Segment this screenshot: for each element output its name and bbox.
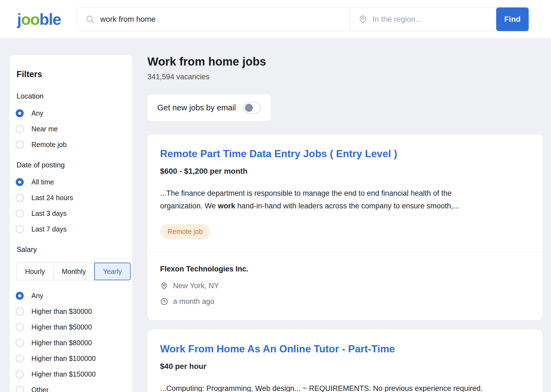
date-of-posting-heading: Date of posting <box>17 161 124 169</box>
job-summary-section: Work From Home As An Online Tutor - Part… <box>147 330 543 392</box>
radio-icon[interactable] <box>16 323 24 331</box>
location-heading: Location <box>17 92 124 100</box>
radio-label: Last 3 days <box>31 209 67 217</box>
job-location: New York, NY <box>173 282 219 290</box>
radio-date-last-3-days[interactable]: Last 3 days <box>16 209 124 217</box>
jooble-logo[interactable]: jooble <box>17 11 61 27</box>
logo-part-ble: ble <box>39 10 61 28</box>
keyword-search-section <box>77 8 350 31</box>
salary-heading: Salary <box>17 245 124 254</box>
radio-label: Higher than $30000 <box>31 307 92 315</box>
radio-location-any[interactable]: Any <box>16 109 124 117</box>
job-salary: $40 per hour <box>160 362 530 371</box>
radio-icon[interactable] <box>16 355 24 363</box>
page-title: Work from home jobs <box>147 55 543 68</box>
radio-label: Any <box>31 292 43 300</box>
radio-date-last-7-days[interactable]: Last 7 days <box>16 225 124 233</box>
remote-job-badge: Remote job <box>160 224 210 239</box>
radio-label: Other <box>31 386 49 392</box>
job-summary-section: Remote Part Time Data Entry Jobs ( Entry… <box>147 134 543 252</box>
radio-icon[interactable] <box>16 370 24 378</box>
radio-salary-100000[interactable]: Higher than $100000 <box>16 355 124 363</box>
tab-hourly[interactable]: Hourly <box>17 263 53 280</box>
radio-salary-150000[interactable]: Higher than $150000 <box>16 370 124 378</box>
radio-label: Higher than $150000 <box>31 370 96 378</box>
location-pin-icon <box>358 15 368 24</box>
radio-location-near-me[interactable]: Near me <box>16 125 124 133</box>
radio-selected-icon[interactable] <box>16 109 24 117</box>
job-card: Remote Part Time Data Entry Jobs ( Entry… <box>147 134 543 320</box>
tab-yearly[interactable]: Yearly <box>94 263 131 280</box>
region-input[interactable] <box>372 15 488 24</box>
job-description: ...Computing: Programming, Web design...… <box>160 382 530 392</box>
page-body: Filters Location Any Near me Remote job … <box>0 39 551 392</box>
radio-label: Higher than $100000 <box>31 355 96 363</box>
radio-salary-30000[interactable]: Higher than $30000 <box>16 307 124 315</box>
job-card: Work From Home As An Online Tutor - Part… <box>147 330 543 392</box>
job-description-line1: ...The finance department is responsible… <box>160 187 530 200</box>
search-inputs-shell <box>77 7 496 31</box>
location-pin-icon <box>160 282 168 290</box>
radio-salary-other[interactable]: Other <box>16 386 124 392</box>
radio-selected-icon[interactable] <box>16 178 24 186</box>
search-input[interactable] <box>100 15 342 24</box>
search-icon <box>85 15 95 24</box>
job-title-link[interactable]: Remote Part Time Data Entry Jobs ( Entry… <box>160 148 397 160</box>
job-company-section: Flexon Technologies Inc. New York, NY <box>147 252 543 320</box>
job-title-link[interactable]: Work From Home As An Online Tutor - Part… <box>160 343 395 355</box>
radio-icon[interactable] <box>16 141 24 149</box>
radio-icon[interactable] <box>16 225 24 233</box>
radio-label: Remote job <box>31 141 67 149</box>
salary-period-tabs: Hourly Monthly Yearly <box>17 263 124 280</box>
radio-label: Near me <box>31 125 58 133</box>
toggle-knob <box>245 104 253 112</box>
radio-icon[interactable] <box>16 194 24 202</box>
vacancies-count: 341,594 vacancies <box>147 73 543 81</box>
top-bar: jooble Find <box>0 0 551 39</box>
radio-label: Last 24 hours <box>31 194 73 202</box>
clock-icon <box>160 297 168 306</box>
logo-part-j: j <box>17 10 21 28</box>
email-subscribe-label: Get new jobs by email <box>157 103 236 112</box>
tab-monthly[interactable]: Monthly <box>53 263 94 280</box>
radio-icon[interactable] <box>16 307 24 315</box>
radio-date-last-24-hours[interactable]: Last 24 hours <box>16 194 124 202</box>
radio-label: Higher than $50000 <box>31 323 92 331</box>
radio-label: Last 7 days <box>31 225 67 233</box>
radio-label: Any <box>31 109 43 117</box>
filters-title: Filters <box>17 69 124 79</box>
radio-icon[interactable] <box>16 386 24 392</box>
job-description-line1: ...Computing: Programming, Web design...… <box>160 382 530 392</box>
radio-icon[interactable] <box>16 125 24 133</box>
radio-label: All time <box>31 178 54 186</box>
radio-label: Higher than $80000 <box>31 339 92 347</box>
radio-selected-icon[interactable] <box>16 292 24 300</box>
filters-panel: Filters Location Any Near me Remote job … <box>10 55 132 392</box>
email-subscribe-toggle[interactable] <box>243 102 261 114</box>
job-posted-row: a month ago <box>160 297 530 306</box>
logo-part-oo: oo <box>21 10 39 28</box>
radio-icon[interactable] <box>16 209 24 217</box>
region-search-section <box>350 8 496 31</box>
radio-location-remote-job[interactable]: Remote job <box>16 141 124 149</box>
job-location-row: New York, NY <box>160 282 530 290</box>
email-subscribe-card: Get new jobs by email <box>147 94 271 121</box>
find-button[interactable]: Find <box>496 7 529 31</box>
job-description-line2: organization. We work hand-in-hand with … <box>160 200 530 213</box>
results-column: Work from home jobs 341,594 vacancies Ge… <box>147 55 543 392</box>
radio-icon[interactable] <box>16 339 24 347</box>
job-posted: a month ago <box>173 297 214 306</box>
job-description: ...The finance department is responsible… <box>160 187 530 213</box>
company-name: Flexon Technologies Inc. <box>160 265 530 273</box>
radio-salary-any[interactable]: Any <box>16 292 124 300</box>
radio-salary-80000[interactable]: Higher than $80000 <box>16 339 124 347</box>
job-salary: $600 - $1,200 per month <box>160 167 530 176</box>
radio-date-all-time[interactable]: All time <box>16 178 124 186</box>
search-bar: Find <box>77 7 529 31</box>
radio-salary-50000[interactable]: Higher than $50000 <box>16 323 124 331</box>
